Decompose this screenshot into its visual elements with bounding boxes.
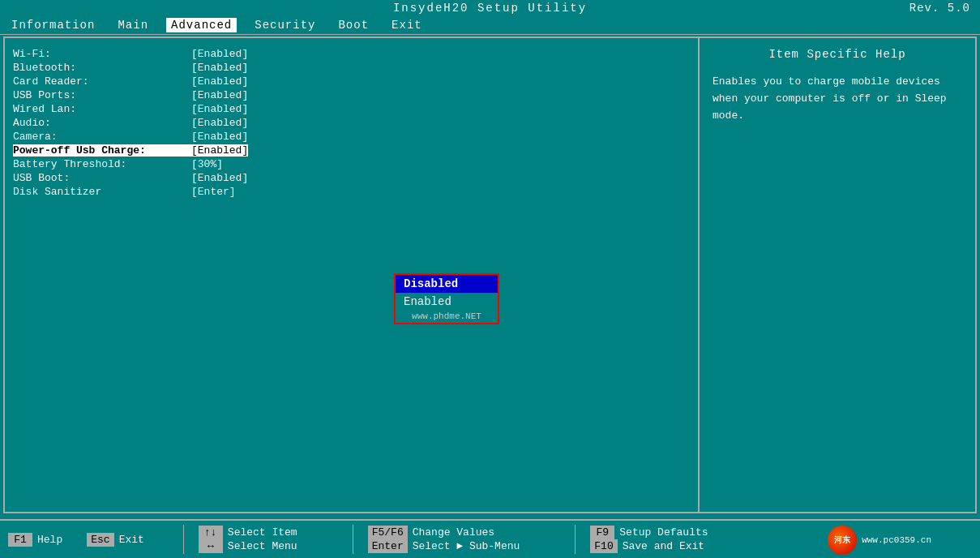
bottom-nav-group: ↑↓Select Item↔Select Menu: [199, 526, 322, 553]
bottom-label: Select Menu: [228, 540, 297, 552]
setting-value: [Enabled]: [191, 75, 248, 88]
setting-value: [Enabled]: [191, 48, 248, 60]
menu-item-advanced[interactable]: Advanced: [166, 18, 237, 32]
setting-row: Camera:[Enabled]: [13, 131, 690, 143]
dropdown-popup[interactable]: DisabledEnabledwww.phdme.NET: [394, 273, 499, 324]
setting-label: USB Ports:: [13, 89, 191, 101]
setting-value: [Enter]: [191, 186, 236, 198]
bottom-key: F5/F6: [368, 526, 408, 539]
setting-value: [Enabled]: [191, 172, 248, 184]
setting-value: [30%]: [191, 158, 223, 170]
menu-item-information[interactable]: Information: [6, 18, 100, 32]
bottom-divider: [183, 525, 184, 554]
setting-row: USB Boot:[Enabled]: [13, 172, 690, 184]
bottom-item: F10Save and Exit: [590, 539, 708, 553]
main-area: Wi-Fi:[Enabled]Bluetooth:[Enabled]Card R…: [3, 36, 977, 513]
bottom-label: Exit: [119, 534, 144, 546]
bottom-divider: [575, 525, 576, 554]
bottom-divider: [353, 525, 353, 554]
bottom-item: EnterSelect ► Sub-Menu: [368, 539, 520, 553]
setting-label: USB Boot:: [13, 172, 191, 184]
setting-row: Wi-Fi:[Enabled]: [13, 48, 690, 60]
bottom-key: Esc: [87, 533, 113, 547]
watermark-text: www.pc0359.cn: [862, 535, 931, 545]
setting-row: Battery Threshold:[30%]: [13, 158, 690, 170]
bottom-label: Select Item: [228, 526, 297, 539]
bottom-key: F9: [590, 526, 614, 539]
bottom-key: ↑↓: [199, 526, 223, 539]
setting-label: Wi-Fi:: [13, 48, 191, 60]
setting-row: Audio:[Enabled]: [13, 117, 690, 129]
bottom-label: Setup Defaults: [619, 526, 708, 539]
setting-row: USB Ports:[Enabled]: [13, 89, 690, 101]
dropdown-watermark: www.phdme.NET: [396, 311, 498, 323]
settings-panel: Wi-Fi:[Enabled]Bluetooth:[Enabled]Card R…: [5, 38, 700, 512]
watermark: 河东 www.pc0359.cn: [828, 526, 931, 555]
bottom-value-group: F5/F6Change ValuesEnterSelect ► Sub-Menu: [368, 526, 545, 553]
dropdown-option[interactable]: Enabled: [396, 293, 498, 311]
bottom-item: EscExit: [87, 533, 144, 547]
bottom-exit-group: F9Setup DefaultsF10Save and Exit: [590, 526, 732, 553]
menu-item-main[interactable]: Main: [113, 18, 153, 32]
help-panel: Item Specific Help Enables you to charge…: [700, 38, 975, 512]
bottom-item: F9Setup Defaults: [590, 526, 708, 539]
setting-row: Wired Lan:[Enabled]: [13, 103, 690, 115]
setting-value: [Enabled]: [191, 117, 248, 129]
bottom-label: Change Values: [413, 526, 494, 539]
setting-row: Power-off Usb Charge:[Enabled]: [13, 144, 690, 157]
bottom-label: Help: [37, 534, 62, 546]
setting-row: Bluetooth:[Enabled]: [13, 62, 690, 74]
menu-item-exit[interactable]: Exit: [387, 18, 427, 32]
setting-label: Card Reader:: [13, 75, 191, 88]
setting-label: Wired Lan:: [13, 103, 191, 115]
dropdown-option[interactable]: Disabled: [396, 275, 498, 293]
setting-value: [Enabled]: [191, 89, 248, 101]
bottom-label: Select ► Sub-Menu: [413, 540, 520, 552]
bottom-key: ↔: [199, 539, 223, 553]
bottom-item: F5/F6Change Values: [368, 526, 520, 539]
rev-label: Rev. 5.0: [909, 2, 970, 15]
help-panel-text: Enables you to charge mobile devices whe…: [713, 74, 962, 124]
help-panel-title: Item Specific Help: [713, 48, 962, 61]
app-title: InsydeH20 Setup Utility: [393, 2, 587, 15]
setting-label: Battery Threshold:: [13, 158, 191, 170]
menu-item-boot[interactable]: Boot: [333, 18, 374, 32]
setting-label: Bluetooth:: [13, 62, 191, 74]
bottom-key: Enter: [368, 539, 408, 553]
setting-value: [Enabled]: [191, 144, 248, 157]
watermark-logo: 河东: [828, 526, 857, 555]
setting-label: Disk Sanitizer: [13, 186, 191, 198]
bottom-item: ↑↓Select Item: [199, 526, 297, 539]
setting-row: Card Reader:[Enabled]: [13, 75, 690, 88]
menu-item-security[interactable]: Security: [250, 18, 320, 32]
setting-value: [Enabled]: [191, 62, 248, 74]
bottom-item: ↔Select Menu: [199, 539, 297, 553]
setting-label[interactable]: Power-off Usb Charge:: [13, 144, 191, 157]
setting-label: Camera:: [13, 131, 191, 143]
title-bar: InsydeH20 Setup Utility Rev. 5.0: [0, 0, 980, 16]
bottom-item: F1Help: [8, 533, 62, 547]
setting-value: [Enabled]: [191, 103, 248, 115]
menu-bar: InformationMainAdvancedSecurityBootExit: [0, 16, 980, 35]
bottom-label: Save and Exit: [623, 540, 704, 552]
bottom-key: F10: [590, 539, 617, 553]
setting-row: Disk Sanitizer[Enter]: [13, 186, 690, 198]
bottom-key: F1: [8, 533, 32, 547]
setting-label: Audio:: [13, 117, 191, 129]
setting-value: [Enabled]: [191, 131, 248, 143]
